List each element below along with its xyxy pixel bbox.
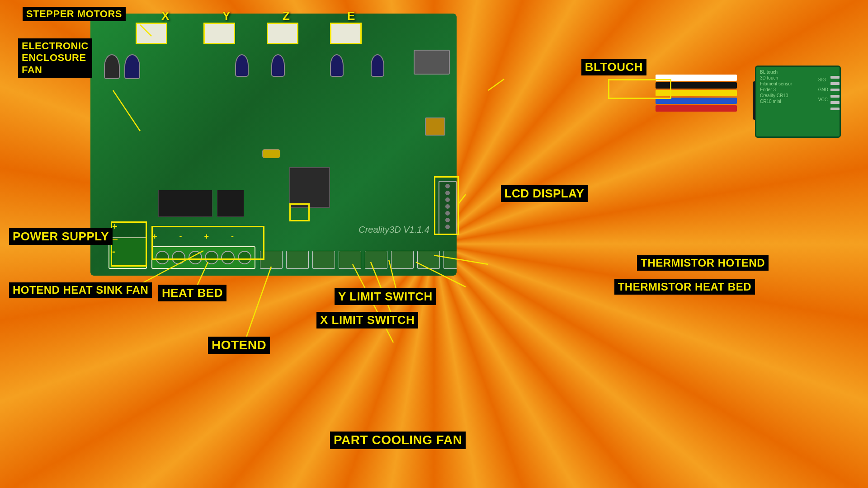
x-limit-switch-label: X LIMIT SWITCH (316, 312, 418, 328)
power-plus-label: + (112, 221, 118, 232)
power-supply-label: POWER SUPPLY (9, 228, 113, 245)
board-label: Creality3D V1.1.4 (359, 225, 429, 235)
axis-x-label: X (161, 9, 169, 23)
stepper-motors-label: STEPPER MOTORS (23, 7, 126, 21)
fan-connector-box (289, 203, 310, 221)
bltouch-label: BLTOUCH (581, 59, 646, 75)
y-limit-switch-label: Y LIMIT SWITCH (335, 288, 436, 305)
electronic-enclosure-fan-label: ELECTRONICENCLOSUREFAN (18, 38, 92, 78)
stepper-connector-z-box (267, 23, 298, 44)
thermistor-hotend-label: THERMISTOR HOTEND (637, 255, 769, 271)
stepper-connector-e-box (330, 23, 362, 44)
axis-y-label: Y (222, 9, 230, 23)
heatbed-box (151, 226, 264, 260)
heatbed-polarity: + - + - (152, 232, 244, 241)
bltouch-board: BL touch3D touchFilament sensorEnder 3Cr… (755, 66, 841, 138)
axis-e-label: E (347, 9, 355, 23)
lcd-display-label: LCD DISPLAY (501, 185, 588, 202)
hotend-label: HOTEND (208, 337, 270, 354)
thermistor-heat-bed-label: THERMISTOR HEAT BED (614, 279, 755, 295)
bltouch-connector-box (608, 79, 671, 99)
part-cooling-fan-label: PART COOLING FAN (330, 432, 466, 449)
hotend-heat-sink-fan-label: HOTEND HEAT SINK FAN (9, 282, 152, 298)
stepper-connector-y-box (203, 23, 235, 44)
axis-z-label: Z (283, 9, 290, 23)
stepper-connector-x-box (136, 23, 167, 44)
heat-bed-label: HEAT BED (158, 285, 226, 301)
power-minus-label: - (112, 246, 115, 257)
lcd-connector-box (434, 176, 459, 235)
